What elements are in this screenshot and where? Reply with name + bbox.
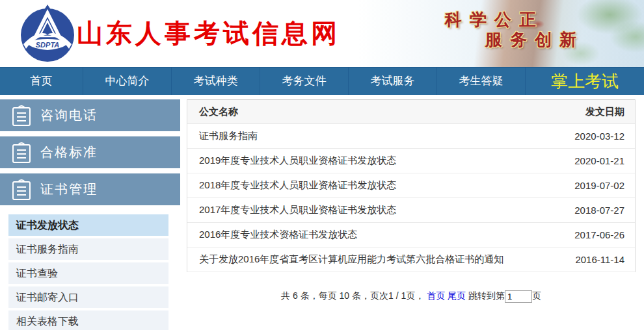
pagination: 共 6 条，每页 10 条，页次1 / 1页， 首页 尾页 跳转到第页 bbox=[187, 290, 636, 303]
submenu-item-cert-service-guide[interactable]: 证书服务指南 bbox=[8, 238, 168, 260]
document-table: 公文名称 发文日期 证书服务指南 2020-03-12 2019年度专业技术人员… bbox=[187, 99, 636, 272]
doc-link[interactable]: 2017年度专业技术人员职业资格证书发放状态 bbox=[187, 204, 557, 216]
submenu-item-cert-verification[interactable]: 证书查验 bbox=[8, 262, 168, 284]
nav-item-exam-types[interactable]: 考试种类 bbox=[172, 68, 260, 95]
doc-date: 2017-06-26 bbox=[557, 229, 635, 240]
logo-text: SDPTA bbox=[36, 41, 60, 49]
table-header-row: 公文名称 发文日期 bbox=[187, 99, 635, 124]
sidebar-section-pass-standards[interactable]: 合格标准 bbox=[0, 136, 180, 168]
doc-link[interactable]: 2018年度专业技术人员职业资格证书发放状态 bbox=[187, 179, 557, 192]
nav-item-exam-services[interactable]: 考试服务 bbox=[349, 68, 437, 95]
table-row: 证书服务指南 2020-03-12 bbox=[187, 124, 635, 149]
main-content: 公文名称 发文日期 证书服务指南 2020-03-12 2019年度专业技术人员… bbox=[187, 99, 636, 303]
sidebar-section-label: 合格标准 bbox=[40, 144, 98, 161]
table-row: 关于发放2016年度省直考区计算机应用能力考试第六批合格证书的通知 2016-1… bbox=[187, 247, 635, 272]
clipboard-icon bbox=[12, 142, 31, 164]
table-row: 2017年度专业技术人员职业资格证书发放状态 2018-07-27 bbox=[187, 198, 635, 223]
clipboard-icon bbox=[12, 105, 31, 127]
pagination-summary: 共 6 条，每页 10 条，页次1 / 1页， bbox=[281, 290, 424, 301]
clipboard-icon bbox=[12, 179, 31, 201]
sidebar-section-label: 咨询电话 bbox=[40, 107, 98, 124]
sidebar-section-consult-phone[interactable]: 咨询电话 bbox=[0, 99, 180, 131]
doc-link[interactable]: 证书服务指南 bbox=[187, 130, 557, 142]
doc-date: 2020-01-21 bbox=[557, 155, 635, 166]
column-header-doc-name: 公文名称 bbox=[187, 106, 557, 118]
main-nav: 首页 中心简介 考试种类 考务文件 考试服务 考生答疑 掌上考试 bbox=[0, 67, 644, 95]
sidebar: 咨询电话 合格标准 证书管理 证书发放状态 证书服务指南 证书查验 证书邮寄入口… bbox=[0, 99, 180, 330]
submenu-item-cert-mailing-entry[interactable]: 证书邮寄入口 bbox=[8, 286, 168, 308]
nav-item-home[interactable]: 首页 bbox=[0, 68, 83, 95]
last-page-link[interactable]: 尾页 bbox=[448, 290, 466, 301]
sidebar-section-label: 证书管理 bbox=[40, 181, 98, 198]
nav-item-mobile-exam[interactable]: 掌上考试 bbox=[526, 68, 644, 95]
submenu-item-cert-issuance-status[interactable]: 证书发放状态 bbox=[8, 214, 168, 236]
table-row: 2019年度专业技术人员职业资格证书发放状态 2020-01-21 bbox=[187, 149, 635, 173]
doc-link[interactable]: 2016年度专业技术资格证书发放状态 bbox=[187, 229, 557, 241]
site-header: SDPTA 山东人事考试信息网 科学公正 服务创新 bbox=[0, 0, 644, 67]
jump-prefix-label: 跳转到第 bbox=[468, 290, 505, 301]
doc-date: 2016-11-14 bbox=[557, 254, 635, 265]
site-title: 山东人事考试信息网 bbox=[77, 16, 340, 51]
doc-link[interactable]: 2019年度专业技术人员职业资格证书发放状态 bbox=[187, 155, 557, 167]
nav-item-candidate-qa[interactable]: 考生答疑 bbox=[437, 68, 526, 95]
jump-suffix-label: 页 bbox=[532, 290, 541, 301]
doc-link[interactable]: 关于发放2016年度省直考区计算机应用能力考试第六批合格证书的通知 bbox=[187, 253, 557, 266]
page-jump-input[interactable] bbox=[505, 290, 532, 303]
table-row: 2016年度专业技术资格证书发放状态 2017-06-26 bbox=[187, 223, 635, 247]
certificate-submenu: 证书发放状态 证书服务指南 证书查验 证书邮寄入口 相关表格下载 bbox=[8, 214, 168, 330]
table-row: 2018年度专业技术人员职业资格证书发放状态 2019-07-02 bbox=[187, 173, 635, 198]
sidebar-section-certificate-mgmt[interactable]: 证书管理 bbox=[0, 173, 180, 205]
doc-date: 2020-03-12 bbox=[557, 131, 635, 142]
slogan-line-1: 科学公正 bbox=[445, 8, 544, 31]
nav-item-exam-documents[interactable]: 考务文件 bbox=[260, 68, 349, 95]
slogan-line-2: 服务创新 bbox=[485, 29, 584, 51]
submenu-item-forms-download[interactable]: 相关表格下载 bbox=[8, 311, 168, 330]
doc-date: 2018-07-27 bbox=[557, 205, 635, 216]
nav-item-center-intro[interactable]: 中心简介 bbox=[83, 68, 172, 95]
column-header-issue-date: 发文日期 bbox=[557, 106, 635, 118]
doc-date: 2019-07-02 bbox=[557, 180, 635, 191]
sdpta-logo-icon[interactable]: SDPTA bbox=[18, 4, 77, 62]
first-page-link[interactable]: 首页 bbox=[427, 290, 445, 301]
